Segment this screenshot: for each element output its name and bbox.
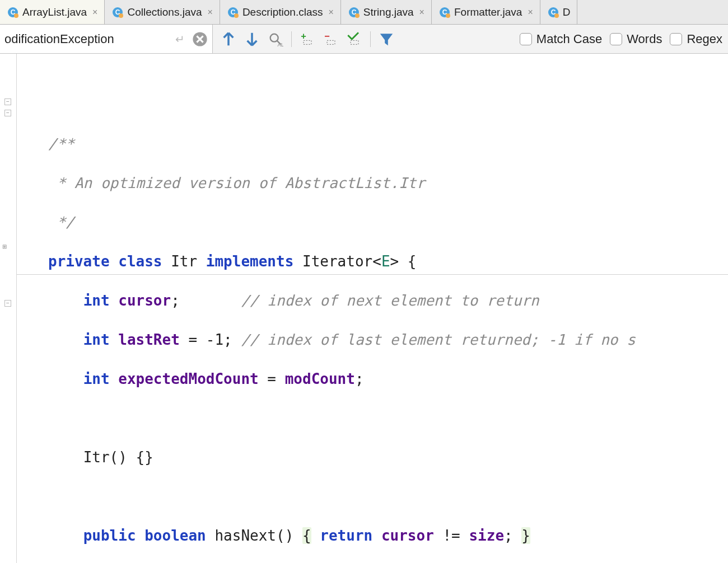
field: modCount: [285, 370, 355, 387]
tab-label: D: [563, 6, 571, 18]
words-option[interactable]: Words: [610, 32, 662, 46]
checkbox-icon: [670, 33, 682, 45]
field: expectedModCount: [118, 370, 258, 387]
editor-tabs: C ArrayList.java × C Collections.java × …: [0, 0, 728, 25]
tab-arraylist[interactable]: C ArrayList.java ×: [0, 0, 105, 24]
type-param: E: [381, 253, 390, 270]
fold-toggle-icon[interactable]: −: [4, 300, 11, 307]
svg-point-14: [446, 13, 450, 18]
select-all-occurrences-icon[interactable]: [347, 31, 362, 47]
svg-text:−: −: [324, 31, 330, 41]
fold-toggle-icon[interactable]: −: [4, 98, 11, 105]
checkbox-icon: [520, 33, 532, 45]
field: lastRet: [118, 331, 180, 348]
svg-point-11: [355, 13, 360, 18]
regex-label: Regex: [687, 32, 722, 46]
close-icon[interactable]: ×: [419, 7, 424, 17]
tab-label: String.java: [363, 6, 414, 18]
tab-collections[interactable]: C Collections.java ×: [105, 0, 220, 24]
select-all-icon[interactable]: ALL: [268, 31, 283, 47]
java-class-icon: C: [111, 6, 124, 18]
match-case-label: Match Case: [536, 32, 602, 46]
svg-text:ALL: ALL: [278, 41, 284, 46]
tab-string[interactable]: C String.java ×: [341, 0, 432, 24]
java-class-icon: C: [547, 6, 559, 18]
java-class-icon: C: [348, 6, 360, 18]
identifier: Itr: [171, 253, 197, 270]
tab-description[interactable]: C Description.class ×: [220, 0, 341, 24]
svg-text:+: +: [301, 31, 306, 41]
next-match-icon[interactable]: [244, 31, 260, 47]
checkbox-icon: [610, 33, 622, 45]
expand-icon[interactable]: ⊞: [1, 244, 8, 251]
separator: [291, 31, 292, 47]
close-icon[interactable]: ×: [528, 7, 533, 17]
comment: /**: [48, 135, 74, 152]
comment: */: [48, 214, 74, 231]
separator: [370, 31, 371, 47]
java-class-icon: C: [7, 6, 19, 18]
keyword: implements: [206, 253, 294, 270]
gutter[interactable]: − − ⊞ −: [0, 54, 17, 563]
constructor: Itr() {}: [83, 449, 153, 466]
comment: // index of last element returned; -1 if…: [241, 331, 635, 348]
keyword: private: [48, 253, 110, 270]
editor-area: − − ⊞ − /** * An optimized version of Ab…: [0, 54, 728, 563]
keyword: int: [83, 292, 110, 309]
find-toolbar: ↵ ALL + − Match Case W: [0, 25, 728, 54]
tab-label: Description.class: [242, 6, 323, 18]
tab-label: ArrayList.java: [22, 6, 87, 18]
fold-toggle-icon[interactable]: −: [4, 110, 11, 116]
keyword: int: [83, 370, 110, 387]
identifier: Iterator: [302, 253, 372, 270]
remove-selection-icon[interactable]: −: [323, 31, 339, 47]
comment: // index of next element to return: [241, 292, 539, 309]
search-input[interactable]: [4, 32, 167, 46]
tab-formatter[interactable]: C Formatter.java ×: [432, 0, 540, 24]
field: cursor: [118, 292, 171, 309]
tab-label: Collections.java: [127, 6, 202, 18]
close-icon[interactable]: ×: [328, 7, 333, 17]
svg-rect-25: [351, 40, 358, 44]
field: cursor: [381, 527, 434, 544]
tab-truncated[interactable]: C D: [540, 0, 578, 24]
keyword: class: [118, 253, 162, 270]
prev-match-icon[interactable]: [221, 31, 236, 47]
keyword: return: [320, 527, 372, 544]
java-class-icon: C: [227, 6, 239, 18]
multicursor-group: + −: [300, 31, 362, 47]
regex-option[interactable]: Regex: [670, 32, 722, 46]
keyword: int: [83, 331, 110, 348]
code-editor[interactable]: /** * An optimized version of AbstractLi…: [17, 54, 728, 563]
filter-icon[interactable]: [379, 31, 394, 47]
add-selection-icon[interactable]: +: [300, 31, 315, 47]
find-input-wrapper: ↵: [0, 25, 213, 53]
field: size: [469, 527, 504, 544]
svg-point-17: [554, 13, 559, 18]
svg-point-5: [119, 13, 123, 18]
svg-point-8: [234, 13, 239, 18]
svg-point-2: [14, 13, 18, 18]
clear-search-icon[interactable]: [192, 31, 208, 47]
close-icon[interactable]: ×: [208, 7, 213, 17]
words-label: Words: [627, 32, 662, 46]
comment: * An optimized version of AbstractList.I…: [48, 175, 425, 191]
tab-label: Formatter.java: [454, 6, 522, 18]
svg-rect-22: [304, 40, 311, 44]
match-case-option[interactable]: Match Case: [520, 32, 602, 46]
keyword: boolean: [144, 527, 206, 544]
java-class-icon: C: [438, 6, 451, 18]
close-icon[interactable]: ×: [92, 7, 97, 17]
find-nav-group: ALL: [221, 31, 283, 47]
keyword: public: [83, 527, 136, 544]
svg-rect-24: [327, 40, 335, 44]
method: hasNext(): [214, 527, 293, 544]
newline-icon[interactable]: ↵: [172, 31, 188, 47]
